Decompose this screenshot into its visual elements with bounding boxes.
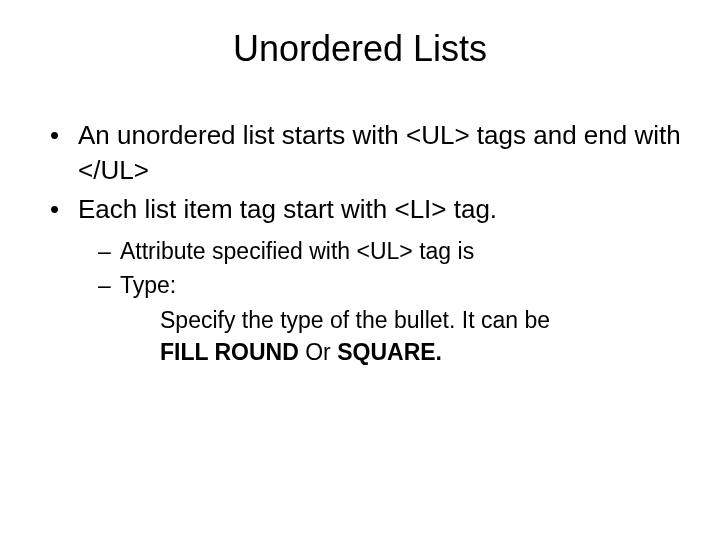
desc-or: Or [299,339,337,365]
desc-bold-fillround: FILL ROUND [160,339,299,365]
bullet-item-1: An unordered list starts with <UL> tags … [50,118,690,188]
desc-line1: Specify the type of the bullet. It can b… [160,307,550,333]
sub-item-2: Type: Specify the type of the bullet. It… [98,269,690,368]
bullet-item-2: Each list item tag start with <LI> tag. … [50,192,690,368]
bullet-list-level2: Attribute specified with <UL> tag is Typ… [78,235,690,368]
bullet-item-2-text: Each list item tag start with <LI> tag. [78,194,497,224]
sub-item-2-text: Type: [120,272,176,298]
slide-title: Unordered Lists [30,28,690,70]
sub-item-1: Attribute specified with <UL> tag is [98,235,690,267]
bullet-list-level1: An unordered list starts with <UL> tags … [30,118,690,368]
desc-bold-square: SQUARE. [337,339,442,365]
description-block: Specify the type of the bullet. It can b… [120,304,690,368]
